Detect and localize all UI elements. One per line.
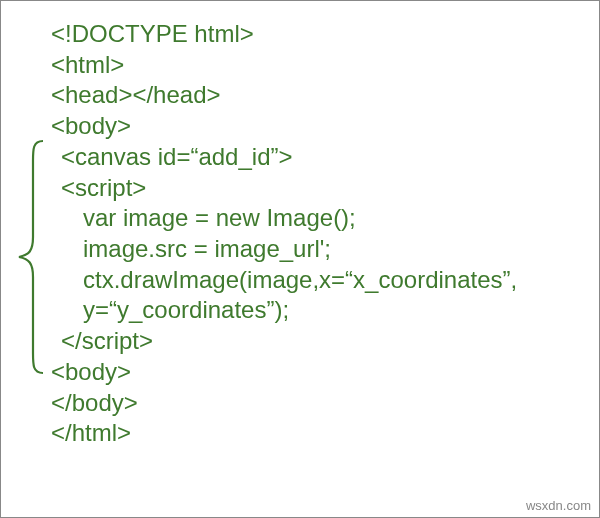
code-line: var image = new Image(); (51, 203, 599, 234)
code-line: <html> (51, 50, 599, 81)
watermark-text: wsxdn.com (526, 498, 591, 513)
code-line: <canvas id=“add_id”> (51, 142, 599, 173)
code-line: <head></head> (51, 80, 599, 111)
code-line: </html> (51, 418, 599, 449)
code-line: </body> (51, 388, 599, 419)
code-line: <body> (51, 357, 599, 388)
code-line: <script> (51, 173, 599, 204)
code-line: <!DOCTYPE html> (51, 19, 599, 50)
code-line: y=“y_coordinates”); (51, 295, 599, 326)
code-block: <!DOCTYPE html> <html> <head></head> <bo… (1, 1, 599, 467)
code-line: ctx.drawImage(image,x=“x_coordinates”, (51, 265, 599, 296)
code-line: </script> (51, 326, 599, 357)
curly-brace-icon (15, 139, 47, 375)
code-line: <body> (51, 111, 599, 142)
code-line: image.src = image_url'; (51, 234, 599, 265)
